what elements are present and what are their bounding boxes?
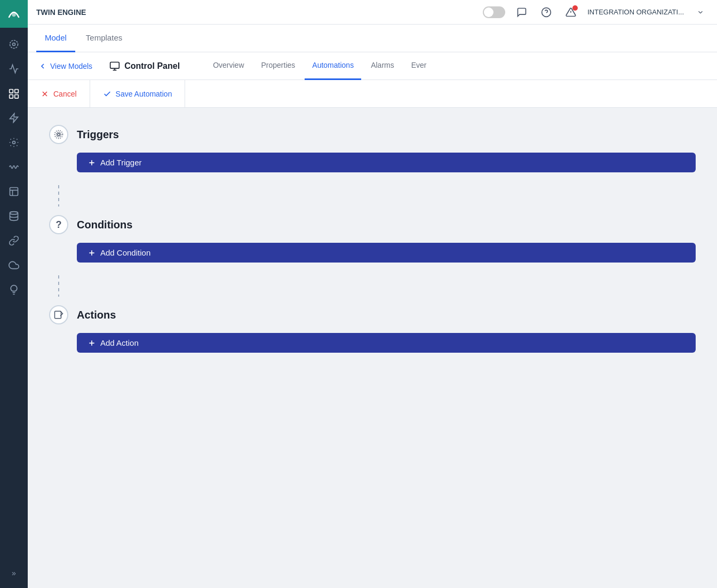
triggers-section: Triggers Add Trigger: [49, 125, 696, 181]
collapse-sidebar-button[interactable]: »: [3, 565, 25, 582]
conditions-icon: ?: [49, 215, 68, 234]
view-models-link[interactable]: View Models: [38, 62, 92, 70]
actions-title: Actions: [77, 309, 116, 321]
add-trigger-button[interactable]: Add Trigger: [77, 153, 696, 172]
gear-icon[interactable]: [3, 132, 25, 153]
storage-icon[interactable]: [3, 205, 25, 227]
lightning-icon[interactable]: [3, 107, 25, 129]
conditions-title: Conditions: [77, 219, 132, 231]
svg-rect-4: [15, 90, 19, 93]
sidebar: »: [0, 0, 28, 588]
svg-point-12: [10, 212, 18, 214]
svg-marker-7: [10, 114, 18, 123]
svg-point-0: [12, 13, 16, 17]
topbar-actions: INTEGRATION ORGANIZATI...: [483, 4, 708, 20]
add-action-button[interactable]: Add Action: [77, 333, 696, 353]
triggers-icon: [49, 125, 68, 144]
app-logo[interactable]: [0, 0, 28, 28]
dashboard-icon[interactable]: [3, 34, 25, 55]
alert-badge: [572, 5, 578, 11]
layers-icon[interactable]: [3, 181, 25, 202]
svg-rect-5: [10, 95, 13, 99]
connector-2: [58, 275, 59, 297]
conditions-section: ? Conditions Add Condition: [49, 215, 696, 271]
tab-templates[interactable]: Templates: [77, 25, 131, 52]
tab-model[interactable]: Model: [36, 25, 75, 52]
bulb-icon[interactable]: [3, 279, 25, 300]
tab-automations[interactable]: Automations: [305, 52, 361, 80]
filter-icon[interactable]: [3, 83, 25, 104]
waveform-icon[interactable]: [3, 156, 25, 178]
triggers-header: Triggers: [49, 125, 696, 144]
connector-1: [58, 185, 59, 206]
control-panel-nav: View Models Control Panel Overview Prope…: [28, 52, 717, 80]
svg-rect-6: [15, 95, 19, 99]
org-chevron-icon[interactable]: [692, 4, 708, 20]
conditions-header: ? Conditions: [49, 215, 696, 234]
svg-rect-31: [55, 311, 61, 319]
topbar: TWIN ENGINE INTEGRATION ORGANIZATI...: [28, 0, 717, 25]
toggle-switch[interactable]: [483, 6, 505, 18]
svg-rect-19: [110, 62, 120, 68]
tab-events[interactable]: Ever: [404, 52, 434, 80]
svg-point-2: [10, 41, 18, 49]
org-name: INTEGRATION ORGANIZATI...: [587, 8, 684, 16]
svg-point-24: [58, 133, 60, 136]
actions-header: Actions: [49, 305, 696, 324]
help-icon[interactable]: [538, 4, 554, 20]
model-tabs: Model Templates: [28, 25, 717, 52]
tab-alarms[interactable]: Alarms: [363, 52, 402, 80]
tab-properties[interactable]: Properties: [254, 52, 303, 80]
control-panel-label: Control Panel: [109, 61, 180, 71]
add-condition-button[interactable]: Add Condition: [77, 243, 696, 263]
activity-icon[interactable]: [3, 58, 25, 80]
action-bar: Cancel Save Automation: [28, 80, 717, 108]
cancel-button[interactable]: Cancel: [28, 80, 90, 107]
tab-overview[interactable]: Overview: [205, 52, 251, 80]
nav-tabs: Overview Properties Automations Alarms E…: [205, 52, 434, 80]
cloud-icon[interactable]: [3, 255, 25, 276]
page-content: Triggers Add Trigger ? Conditions Add Co…: [28, 108, 717, 588]
main-content: TWIN ENGINE INTEGRATION ORGANIZATI... Mo…: [28, 0, 717, 588]
svg-rect-3: [10, 90, 13, 93]
triggers-title: Triggers: [77, 129, 119, 141]
svg-rect-9: [10, 188, 18, 196]
actions-icon: [49, 305, 68, 324]
chat-icon[interactable]: [514, 4, 530, 20]
svg-point-8: [13, 141, 15, 144]
app-title: TWIN ENGINE: [36, 8, 86, 17]
svg-point-25: [57, 132, 61, 137]
link-icon[interactable]: [3, 230, 25, 251]
save-automation-button[interactable]: Save Automation: [90, 80, 186, 107]
actions-section: Actions Add Action: [49, 305, 696, 361]
alert-icon[interactable]: [563, 4, 579, 20]
svg-point-1: [13, 43, 15, 46]
